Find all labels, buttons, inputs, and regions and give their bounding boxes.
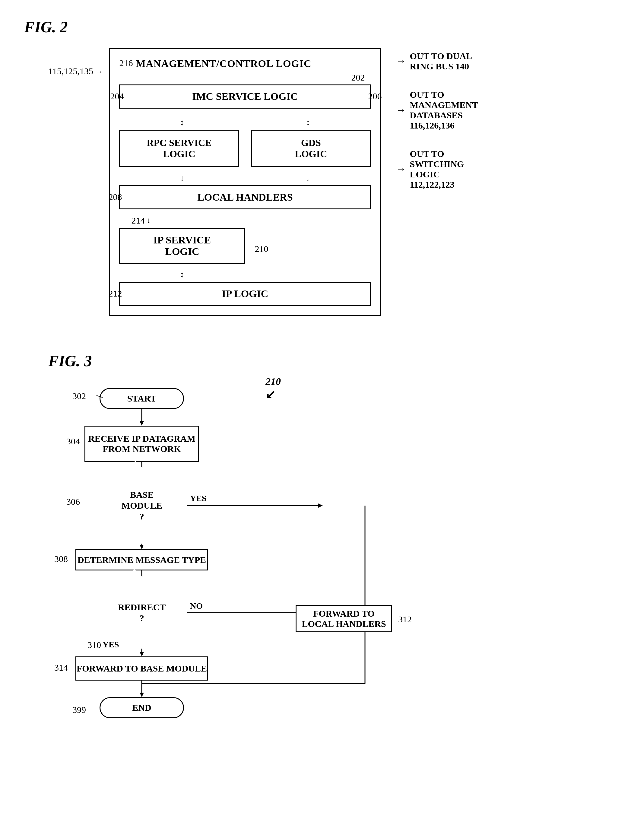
base-module-diamond: BASE MODULE ? (97, 461, 187, 550)
gds-label: GDS LOGIC (295, 137, 327, 159)
imc-service-box: IMC SERVICE LOGIC (119, 85, 371, 109)
ip-logic-box: IP LOGIC (119, 282, 371, 306)
rpc-gds-row: RPC SERVICE LOGIC GDS LOGIC (119, 130, 371, 167)
flowchart: YES NO NO YES 210 ↙ START 302 RECEIVE IP… (48, 376, 471, 828)
num-210: 210 (254, 244, 268, 254)
forward-base-shape: FORWARD TO BASE MODULE (75, 656, 208, 680)
receive-label: RECEIVE IP DATAGRAM FROM NETWORK (88, 434, 195, 454)
num-312: 312 (398, 614, 412, 624)
ip-service-label: IP SERVICE LOGIC (153, 234, 211, 257)
right-label-2: → OUT TO MANAGEMENT DATABASES 116,126,13… (396, 90, 478, 131)
fig3-section: FIG. 3 (48, 352, 620, 828)
start-shape: START (99, 388, 184, 409)
num-214: 214 (131, 215, 145, 226)
redirect-diamond: REDIRECT ? (98, 569, 185, 656)
determine-label: DETERMINE MESSAGE TYPE (78, 555, 206, 565)
ip-service-box: IP SERVICE LOGIC (119, 228, 245, 264)
svg-text:NO: NO (190, 601, 203, 611)
end-label: END (132, 702, 151, 713)
fig2-right-labels: → OUT TO DUAL RING BUS 140 → OUT TO MANA… (396, 42, 478, 190)
forward-local-label: FORWARD TO LOCAL HANDLERS (302, 608, 386, 629)
num-304: 304 (66, 436, 80, 446)
rpc-label: RPC SERVICE LOGIC (147, 137, 211, 159)
num-306: 306 (66, 496, 80, 507)
svg-marker-1 (140, 421, 144, 426)
rpc-box: RPC SERVICE LOGIC (119, 130, 239, 167)
svg-marker-5 (318, 504, 323, 508)
num-308: 308 (54, 554, 68, 564)
num-216: 216 (119, 58, 133, 68)
fig3-title: FIG. 3 (48, 352, 620, 370)
left-num-label: 115,125,135 (48, 66, 93, 76)
gds-box: GDS LOGIC (251, 130, 371, 167)
local-handlers-box: LOCAL HANDLERS (119, 185, 371, 210)
start-label: START (127, 394, 157, 404)
svg-line-24 (96, 395, 102, 403)
num-399: 399 (72, 705, 86, 715)
fig2-left-label: 115,125,135 → (48, 42, 103, 76)
num-206: 206 (368, 91, 382, 101)
main-label: MANAGEMENT/CONTROL LOGIC (136, 58, 311, 69)
right-label-3: → OUT TO SWITCHING LOGIC 112,122,123 (396, 149, 478, 190)
svg-marker-14 (140, 652, 144, 656)
redirect-label: REDIRECT ? (118, 602, 166, 624)
determine-shape: DETERMINE MESSAGE TYPE (75, 549, 208, 570)
forward-local-shape: FORWARD TO LOCAL HANDLERS (296, 605, 392, 632)
num-212: 212 (108, 288, 122, 299)
num-204: 204 (110, 91, 124, 101)
imc-label: IMC SERVICE LOGIC (192, 91, 298, 102)
fig2-diagram: 216 MANAGEMENT/CONTROL LOGIC 202 IMC SER… (109, 42, 381, 316)
fig2-main-box: 216 MANAGEMENT/CONTROL LOGIC 202 IMC SER… (109, 48, 381, 316)
right-label-1: → OUT TO DUAL RING BUS 140 (396, 51, 478, 72)
svg-marker-18 (140, 693, 144, 697)
local-handlers-label: LOCAL HANDLERS (197, 192, 292, 203)
forward-base-label: FORWARD TO BASE MODULE (77, 663, 207, 674)
end-shape: END (99, 697, 184, 718)
svg-text:YES: YES (190, 494, 206, 503)
num-202: 202 (351, 72, 365, 82)
fig3-ref-210: 210 ↙ (265, 376, 281, 402)
num-208: 208 (108, 192, 122, 202)
num-314: 314 (54, 662, 68, 673)
fig2-title: FIG. 2 (24, 18, 620, 36)
svg-text:YES: YES (102, 640, 119, 649)
ip-logic-label: IP LOGIC (222, 288, 268, 299)
num-310: 310 (88, 640, 101, 650)
302-arrow (78, 388, 102, 403)
base-module-label: BASE MODULE ? (121, 489, 162, 522)
receive-shape: RECEIVE IP DATAGRAM FROM NETWORK (85, 426, 199, 462)
